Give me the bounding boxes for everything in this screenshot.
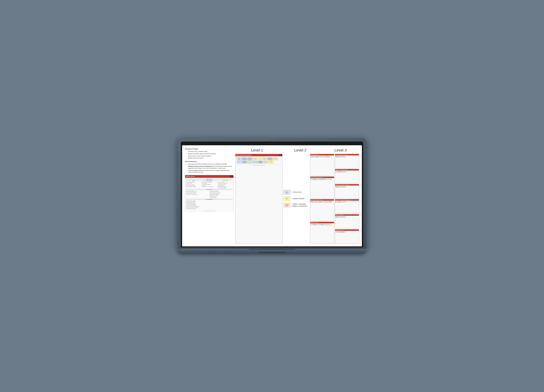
trm-cal-col: • Calibration Coordination (M004) • Logi… <box>201 182 217 189</box>
mini-node <box>319 178 321 180</box>
flow-node: Calibration Request <box>237 157 242 160</box>
screen-bezel: Integration Strategy Start with Level 1 … <box>181 142 363 248</box>
trm-item: • Test Productivity Improvement (M507) <box>186 207 233 208</box>
trm-item: • Test Application Mapping (M508) <box>186 208 233 209</box>
diagram-content: Calibration Request Schedule Recall Asse… <box>236 156 282 187</box>
trm-item: • Calibration (M102) <box>186 183 201 184</box>
mini-diagram-m016: M016: Risk Assessment <box>335 229 359 244</box>
mini-node <box>324 178 326 180</box>
flow-nodes: Calibration Request Schedule Recall Asse… <box>236 157 281 164</box>
mini-node <box>324 224 326 225</box>
levels-row: Level 1 Level 2 Level 3 <box>235 148 359 152</box>
mini-content-m050 <box>310 156 334 166</box>
mini-node <box>319 201 321 202</box>
trm-item: • Supplier Alignment (M405) <box>209 195 233 196</box>
mini-node <box>329 178 332 180</box>
trm-logo: ISU <box>230 176 233 177</box>
legend-report: Out of ToleranceNotificationGenerated fo… <box>284 203 309 208</box>
integration-title: Integration Strategy <box>185 148 234 150</box>
list-item: Keeps technical staff at a distance from… <box>186 163 234 165</box>
list-item: Identify all workflow, data and systems … <box>186 153 234 155</box>
trm-body: Locally Controlled Logistics Calibration… <box>185 178 233 210</box>
trm-col-hdr: Calibration Coordination <box>201 180 217 181</box>
trm-item: • Software Management (M104) <box>186 185 201 186</box>
legend-text-report: = Report, AutomatedAnalytic or Dashboard <box>292 203 307 207</box>
mini-node <box>336 186 338 187</box>
trm-title: TRM Processes <box>186 176 195 177</box>
mini-node <box>341 186 343 187</box>
mini-node <box>316 178 318 180</box>
trm-section: Capacity Payment <box>186 189 233 190</box>
mini-node <box>341 201 343 202</box>
mini-header-m043: M043 - Recall Schedule Coordination <box>310 177 334 178</box>
flow-node-diamond: Valid? <box>258 157 262 160</box>
flow-node: Generate Report <box>263 161 268 163</box>
mini-node <box>341 156 343 157</box>
trm-item: • Legacy Coordination (M404) <box>209 194 233 195</box>
mini-content-m057 <box>310 223 334 234</box>
trm-cap-col: • Utilization Analysis (M301) • Needs De… <box>186 190 209 198</box>
trm-item: • Test Method / Setup Standardization (M… <box>186 206 233 207</box>
laptop-base <box>178 249 366 254</box>
diagram-logo: ISU <box>279 154 282 156</box>
flow-node: Asset Deploy <box>247 157 252 160</box>
mini-node <box>341 231 343 233</box>
trm-logistics-col: • Assertion Gathering (M101) • Calibrati… <box>186 182 201 189</box>
laptop-trackpad <box>259 252 285 253</box>
trm-header: TRM Processes ISU <box>185 175 233 178</box>
mini-node <box>326 224 329 225</box>
mini-node <box>311 224 313 225</box>
mini-content-m034 <box>335 170 359 181</box>
list-item: Map processes, data & system interfaces <box>186 155 234 157</box>
mini-node <box>343 156 346 157</box>
mini-node <box>343 186 346 187</box>
level2-label: Level 2 <box>279 148 322 152</box>
right-panels: M050: Asset Deployment <box>310 154 359 244</box>
laptop-screen: Integration Strategy Start with Level 1 … <box>182 145 362 246</box>
screen-content: Integration Strategy Start with Level 1 … <box>182 145 362 246</box>
mini-diagram-m057: M057: Service Request <box>310 222 334 244</box>
mini-node <box>319 224 321 225</box>
laptop-lid: Integration Strategy Start with Level 1 … <box>178 138 366 249</box>
mini-node <box>338 216 341 218</box>
center-right-area: Level 1 Level 2 Level 3 M004: Calibratio… <box>235 148 359 244</box>
trm-item: • Calibration Coordination (M004) <box>201 182 217 183</box>
mini-node <box>316 156 318 157</box>
mini-node <box>336 231 338 233</box>
mini-diagram-m029: M029: Out of Tolerance Notification <box>310 199 334 221</box>
legend-subprocess: VisualCalibrationM004 = Sub-process <box>284 190 309 195</box>
trm-item: • Item Master (M203) <box>217 185 233 186</box>
legend-text-system: = System Interface <box>292 198 305 200</box>
trm-item: • Request Capture (M103) <box>186 184 201 185</box>
legend-box-text2: Check Validity,OBLIGATE andClose <box>285 198 289 200</box>
mini-node <box>338 201 341 202</box>
trm-item: • Exchange Requests (M205) <box>217 187 233 189</box>
legend-box-subprocess: VisualCalibrationM004 <box>284 190 290 195</box>
mini-content-m071 <box>335 156 359 166</box>
mini-header-m050: M050: Asset Deployment <box>310 154 334 156</box>
main-diagram-m004: M004: Calibration Coordination ISU <box>235 154 282 244</box>
mini-node <box>329 201 332 202</box>
mini-diagram-m001: M001: Out of Tolerance Resolution (Domes… <box>335 199 359 213</box>
mini-node <box>321 156 324 157</box>
level1-label: Level 1 <box>235 148 279 152</box>
trm-footer: Proprietary and Confidential to The Home… <box>185 210 233 212</box>
level2-column: M050: Asset Deployment <box>310 154 334 244</box>
mini-node <box>316 224 318 225</box>
level3-label: Level 3 <box>322 148 359 152</box>
mini-node <box>338 231 341 233</box>
trm-cap-col2: • Inventory Planning (M401) • Budget Req… <box>209 190 233 198</box>
mini-node <box>311 201 313 202</box>
mini-node <box>343 171 346 172</box>
legend-box-text3: Out of ToleranceNotificationGenerated fo… <box>285 204 289 207</box>
mini-diagram-m034: M034: Return from Result Evaluation <box>335 169 359 183</box>
diagram-box: M004: Calibration Coordination ISU <box>235 154 282 244</box>
trm-col-hdr: Logistics <box>186 180 201 181</box>
trm-items-row: • Assertion Gathering (M101) • Calibrati… <box>186 182 233 189</box>
mini-header-m034: M034: Return from Result Evaluation <box>335 169 359 170</box>
diagram-area: M004: Calibration Coordination ISU <box>235 154 359 244</box>
flow-node: Check System <box>253 157 257 160</box>
mini-node <box>313 178 316 180</box>
mini-node <box>319 156 321 157</box>
list-item: Demand profiling enables removing assets… <box>186 170 234 173</box>
